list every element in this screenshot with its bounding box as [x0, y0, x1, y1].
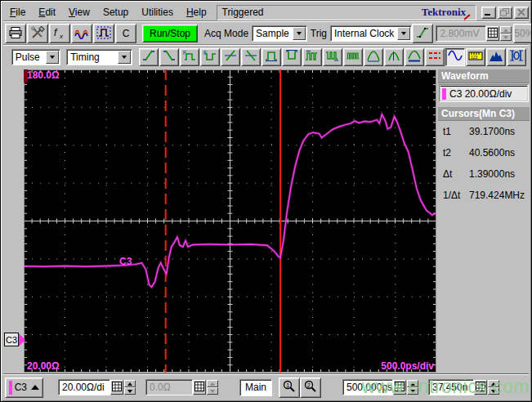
spin-up-button[interactable] — [500, 26, 512, 34]
vertical-offset-control: 0.0Ω — [145, 379, 218, 395]
waveform-colors-button[interactable] — [71, 24, 92, 43]
horizontal-position-field[interactable]: 37.450n — [428, 379, 474, 395]
negative-width-button[interactable]: F — [200, 48, 220, 66]
tools-icon — [30, 26, 45, 42]
vertical-offset-keypad-button[interactable] — [193, 380, 206, 395]
spin-up-button[interactable] — [488, 380, 499, 387]
measurement-buttons: FF — [139, 48, 425, 66]
close-button[interactable] — [514, 7, 529, 19]
pulse-select-button[interactable] — [93, 24, 114, 43]
vertical-min-label: 20.00Ω — [27, 360, 60, 372]
pulse-train-button[interactable] — [343, 48, 363, 66]
rise-time-button[interactable] — [139, 48, 159, 66]
waveform-list-item[interactable]: C3 20.00Ω/div — [440, 86, 527, 100]
chevron-down-icon[interactable] — [293, 27, 306, 40]
run-stop-button[interactable]: Run/Stop — [142, 25, 198, 42]
chevron-down-icon[interactable] — [397, 27, 410, 40]
horizontal-position-control: 37.450n — [428, 379, 499, 395]
formula-icon: fx — [52, 26, 67, 42]
menu-item-help[interactable]: Help — [180, 5, 213, 20]
right-panel: Waveform C3 20.00Ω/div Cursors(Mn C3) t1… — [438, 69, 530, 373]
timebase-selector[interactable]: Main — [239, 379, 272, 396]
measurement-ruler-button[interactable]: 123 — [466, 48, 485, 66]
menu-bar: FileEditViewSetupUtilitiesHelp Triggered… — [3, 3, 529, 21]
signal-class-value: Pulse — [12, 51, 46, 63]
trig-source-dropdown[interactable]: Internal Clock — [330, 25, 412, 42]
oscilloscope-app-window: FileEditViewSetupUtilitiesHelp Triggered… — [0, 0, 532, 402]
negative-peak-button[interactable] — [384, 48, 404, 66]
waveform-display-area[interactable]: 180.0Ω 20.00Ω 500.0ps/div C3 — [24, 69, 436, 373]
negative-peak-icon — [387, 49, 401, 65]
spin-up-button[interactable] — [407, 380, 418, 387]
measurement-toolbar: Pulse Timing FF 123 — [3, 45, 529, 68]
burst-fall-button[interactable] — [323, 48, 342, 66]
keypad-icon — [194, 382, 204, 394]
cursors-display-button[interactable] — [425, 48, 445, 66]
positive-width-button[interactable]: F — [180, 48, 199, 66]
signal-class-dropdown[interactable]: Pulse — [11, 49, 60, 65]
spin-down-button[interactable] — [500, 34, 512, 41]
positive-peak-button[interactable] — [364, 48, 383, 66]
horizontal-position-keypad-button[interactable] — [474, 380, 487, 395]
minimize-button[interactable] — [481, 7, 496, 19]
chevron-down-icon[interactable] — [118, 51, 131, 64]
waveform-display-button[interactable] — [445, 48, 465, 66]
zoom-1-button[interactable]: 1 — [279, 377, 300, 398]
spin-down-button[interactable] — [488, 387, 499, 395]
histogram-display-button[interactable] — [486, 48, 506, 66]
waveform-item-label: C3 20.00Ω/div — [449, 88, 512, 100]
set-level-50-button[interactable]: 50% — [513, 24, 532, 43]
menu-item-file[interactable]: File — [3, 5, 32, 20]
flyout-up-icon — [31, 385, 39, 390]
clear-button-label: C — [123, 28, 130, 39]
zoom-2-button[interactable]: 2 — [300, 377, 321, 398]
vertical-scale-keypad-button[interactable] — [110, 380, 123, 395]
formula-button[interactable]: fx — [49, 24, 70, 43]
print-button[interactable] — [5, 24, 26, 43]
trig-level-field[interactable]: 2.800mV — [436, 25, 486, 42]
pulse-area-button[interactable] — [405, 48, 424, 66]
acq-mode-dropdown[interactable]: Sample — [252, 25, 307, 42]
spin-down-button[interactable] — [207, 387, 218, 395]
acq-mode-value: Sample — [253, 28, 293, 39]
eye-diagram-button[interactable] — [507, 48, 526, 66]
menu-item-utilities[interactable]: Utilities — [135, 5, 180, 20]
readout-value: 39.1700ns — [469, 126, 515, 137]
menu-item-edit[interactable]: Edit — [32, 5, 62, 20]
readout-label: 1/Δt — [443, 190, 469, 201]
spin-up-button[interactable] — [207, 380, 218, 387]
positive-pulse-button[interactable] — [262, 48, 281, 66]
channel-marker[interactable]: C3 — [4, 333, 25, 346]
svg-text:123: 123 — [471, 55, 478, 60]
cursor-readout-row: t1 39.1700ns — [438, 121, 530, 142]
menu-item-setup[interactable]: Setup — [96, 5, 135, 20]
fall-time-button[interactable] — [159, 48, 179, 66]
trig-slope-button[interactable] — [412, 24, 433, 43]
rising-edge-button[interactable] — [221, 48, 240, 66]
trig-level-keypad-button[interactable] — [486, 26, 499, 41]
spin-down-button[interactable] — [407, 387, 418, 395]
trigger-status: Triggered — [222, 7, 264, 18]
chevron-down-icon[interactable] — [46, 51, 59, 64]
negative-pulse-button[interactable] — [282, 48, 302, 66]
horizontal-scale-field[interactable]: 500.000ps — [342, 379, 393, 395]
menu-item-view[interactable]: View — [62, 5, 96, 20]
tools-button[interactable] — [27, 24, 48, 43]
falling-edge-button[interactable] — [241, 48, 261, 66]
fall-time-icon — [162, 49, 177, 65]
restore-button[interactable] — [498, 7, 512, 19]
horizontal-position-spinner — [488, 380, 499, 395]
clear-button[interactable]: C — [115, 24, 136, 43]
measure-category-dropdown[interactable]: Timing — [66, 49, 132, 65]
positive-width-icon: F — [182, 49, 197, 65]
falling-edge-icon — [244, 49, 258, 65]
spin-down-button[interactable] — [124, 387, 136, 395]
cursor-readout-row: t2 40.5600ns — [438, 142, 530, 163]
print-icon — [8, 26, 23, 42]
vertical-offset-field[interactable]: 0.0Ω — [145, 379, 193, 395]
channel-select-button[interactable]: C3 — [5, 377, 43, 398]
spin-up-button[interactable] — [124, 380, 136, 387]
burst-rise-button[interactable] — [302, 48, 322, 66]
vertical-scale-field[interactable]: 20.00Ω/di — [58, 379, 110, 395]
horizontal-scale-keypad-button[interactable] — [393, 380, 406, 395]
